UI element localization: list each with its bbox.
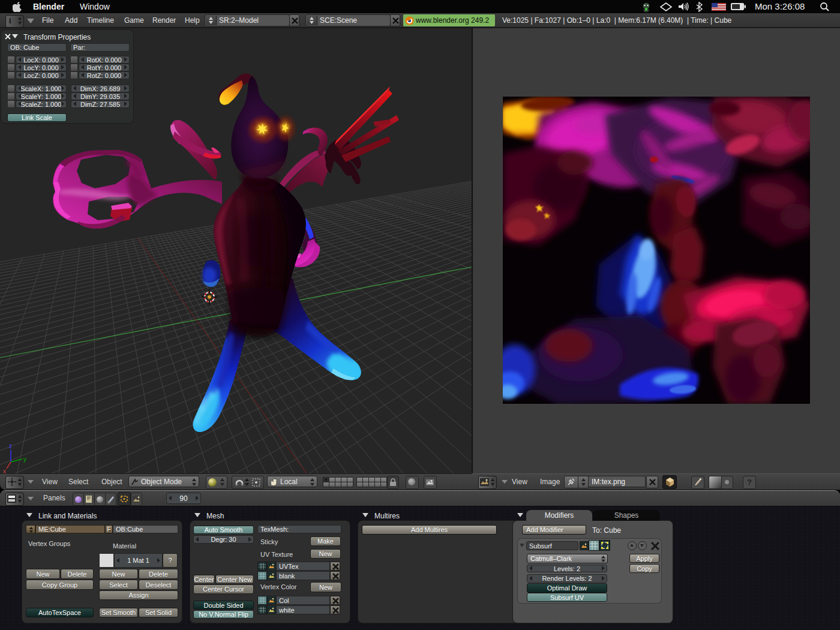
svg-text:x: x xyxy=(3,468,6,473)
svg-text:y: y xyxy=(23,456,26,463)
svg-text:z: z xyxy=(9,443,12,449)
